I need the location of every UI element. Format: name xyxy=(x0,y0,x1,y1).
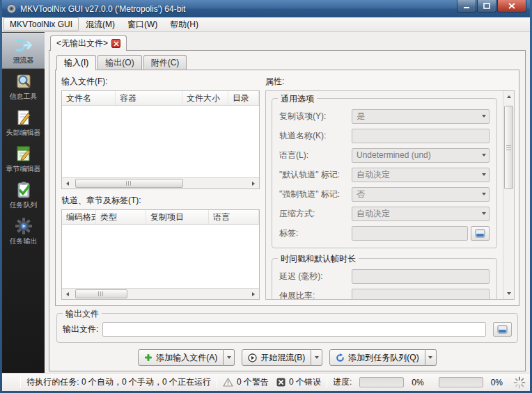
chevron-down-icon xyxy=(482,154,486,157)
default-flag-select[interactable]: 自动决定 xyxy=(352,168,490,182)
scroll-right-button[interactable] xyxy=(248,289,259,299)
output-group-title: 输出文件 xyxy=(63,308,102,320)
file-tab-label: <无输出文件> xyxy=(56,38,108,49)
menu-merge[interactable]: 混流(M) xyxy=(80,17,120,32)
forced-flag-label: "强制轨道" 标记: xyxy=(279,189,352,200)
column-file-name[interactable]: 文件名 xyxy=(62,91,116,105)
start-muxing-menu-button[interactable] xyxy=(311,349,322,366)
output-file-browse-button[interactable] xyxy=(493,322,512,337)
sidebar-item-header-editor[interactable]: 头部编辑器 xyxy=(2,105,45,141)
column-directory[interactable]: 目录 xyxy=(228,91,259,105)
scroll-up-button[interactable] xyxy=(503,91,514,102)
properties-vertical-scrollbar[interactable] xyxy=(503,91,514,299)
scrollbar-track[interactable] xyxy=(73,178,248,189)
pending-jobs-status: 待执行的任务: 0 个自动，0 个手动，0 个正在运行 xyxy=(26,376,211,388)
column-language[interactable]: 语言 xyxy=(209,210,259,224)
browse-file-icon xyxy=(475,229,485,238)
tab-close-icon xyxy=(114,41,119,47)
total-progress-bar xyxy=(439,377,483,387)
add-source-files-button[interactable]: 添加输入文件(A) xyxy=(138,349,224,366)
info-tool-icon xyxy=(15,72,33,90)
language-value: Undetermined (und) xyxy=(357,150,482,160)
column-container[interactable]: 容器 xyxy=(116,91,182,105)
column-type[interactable]: 类型 xyxy=(96,210,146,224)
tags-label: 标签: xyxy=(279,227,352,239)
tab-output[interactable]: 输出(O) xyxy=(97,55,141,70)
tab-close-button[interactable] xyxy=(111,39,120,48)
delay-input[interactable] xyxy=(352,269,490,284)
sidebar-item-job-queue[interactable]: 任务队列 xyxy=(2,177,45,214)
add-to-job-queue-label: 添加到任务队列(Q) xyxy=(348,352,418,364)
sidebar-item-chapter-editor[interactable]: 章节编辑器 xyxy=(2,141,45,177)
action-button-row: 添加输入文件(A) 开始混流(B) xyxy=(55,347,519,368)
compression-select[interactable]: 自动决定 xyxy=(352,207,490,221)
menu-help[interactable]: 帮助(H) xyxy=(164,17,204,32)
tracks-horizontal-scrollbar[interactable] xyxy=(62,288,259,299)
scroll-down-button[interactable] xyxy=(503,288,514,299)
track-name-row: 轨道名称(K): xyxy=(279,128,490,143)
scrollbar-track[interactable] xyxy=(73,289,248,299)
statusbar-separator xyxy=(217,377,217,388)
scroll-right-button[interactable] xyxy=(248,178,259,189)
scrollbar-thumb[interactable] xyxy=(75,179,184,188)
tags-browse-button[interactable] xyxy=(471,226,490,241)
scroll-left-icon xyxy=(66,292,69,296)
compression-row: 压缩方式: 自动决定 xyxy=(279,206,490,221)
tags-input[interactable] xyxy=(352,226,468,241)
tab-attachments[interactable]: 附件(C) xyxy=(143,55,187,70)
input-files-body[interactable] xyxy=(62,106,259,177)
scroll-left-button[interactable] xyxy=(62,289,73,299)
main-area: <无输出文件> 输入(I) 输出(O) 附件(C) 输入文件(F): xyxy=(45,32,530,373)
scrollbar-thumb[interactable] xyxy=(504,106,513,189)
language-select[interactable]: Undetermined (und) xyxy=(352,148,490,163)
column-file-size[interactable]: 文件大小 xyxy=(182,91,228,105)
scrollbar-thumb[interactable] xyxy=(75,289,127,298)
add-to-job-queue-button[interactable]: 添加到任务队列(Q) xyxy=(329,349,425,366)
track-name-input[interactable] xyxy=(352,129,490,143)
current-job-progress-bar xyxy=(359,377,404,387)
stretch-input[interactable] xyxy=(352,289,490,300)
maximize-button[interactable] xyxy=(477,0,496,13)
column-codec[interactable]: 编码格式 xyxy=(62,210,96,224)
forced-flag-select[interactable]: 否 xyxy=(352,187,490,202)
tab-input[interactable]: 输入(I) xyxy=(56,55,96,70)
menu-window[interactable]: 窗口(W) xyxy=(122,17,163,32)
output-file-label: 输出文件: xyxy=(63,323,98,335)
scrollbar-grip xyxy=(98,291,104,296)
chevron-down-icon xyxy=(482,193,486,195)
tracks-body[interactable] xyxy=(62,225,259,288)
maximize-icon xyxy=(483,3,490,9)
tool-sidebar: 混流器 信息工具 头部编辑器 xyxy=(2,32,45,373)
tracks-header: 编码格式 类型 复制项目 语言 xyxy=(62,210,259,225)
sidebar-item-info-tool[interactable]: 信息工具 xyxy=(2,69,45,105)
files-horizontal-scrollbar[interactable] xyxy=(62,177,259,189)
add-to-job-queue-menu-button[interactable] xyxy=(425,349,437,366)
default-flag-row: "默认轨道" 标记: 自动决定 xyxy=(279,167,490,182)
sidebar-item-multiplexer[interactable]: 混流器 xyxy=(2,33,45,69)
add-source-files-menu-button[interactable] xyxy=(224,349,235,366)
output-file-input[interactable] xyxy=(102,322,486,337)
timestamps-title: 时间戳和默认帧时长 xyxy=(278,253,359,265)
menu-bar: MKVToolNix GUI 混流(M) 窗口(W) 帮助(H) xyxy=(2,17,530,32)
copy-item-select[interactable]: 是 xyxy=(352,109,490,124)
warning-icon xyxy=(223,378,233,387)
start-muxing-button[interactable]: 开始混流(B) xyxy=(242,349,311,366)
close-button[interactable] xyxy=(497,0,526,13)
progress-label: 进度: xyxy=(333,376,352,388)
add-to-job-queue-split-button: 添加到任务队列(Q) xyxy=(329,349,436,366)
column-copy-item[interactable]: 复制项目 xyxy=(146,210,209,224)
menu-mkvtoolnix-gui[interactable]: MKVToolNix GUI xyxy=(3,17,79,31)
title-bar: MKVToolNix GUI v27.0.0 ('Metropolis') 64… xyxy=(2,0,530,17)
file-tab[interactable]: <无输出文件> xyxy=(50,35,127,51)
sidebar-item-job-output[interactable]: 任务输出 xyxy=(2,214,45,250)
input-tab-pane: 输入文件(F): 文件名 容器 文件大小 目录 xyxy=(55,70,519,306)
sidebar-item-label: 任务队列 xyxy=(10,200,38,210)
language-row: 语言(L): Undetermined (und) xyxy=(279,147,490,163)
minimize-button[interactable] xyxy=(457,0,476,13)
stretch-row: 伸展比率: xyxy=(279,288,490,299)
scroll-left-button[interactable] xyxy=(62,178,73,189)
general-options-title: 通用选项 xyxy=(278,93,317,105)
chevron-down-icon xyxy=(227,356,231,359)
stretch-label: 伸展比率: xyxy=(279,290,352,300)
scrollbar-track[interactable] xyxy=(503,102,514,288)
